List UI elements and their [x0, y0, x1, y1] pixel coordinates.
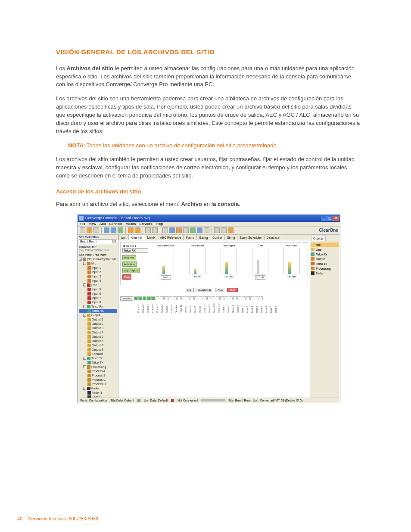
matrix-cell[interactable]	[203, 296, 207, 300]
tree-item[interactable]: Output 8	[79, 348, 117, 352]
matrix-cell[interactable]	[233, 296, 237, 300]
tab-string[interactable]: String	[224, 235, 237, 240]
tree-expand-icon[interactable]: -	[83, 387, 86, 390]
tree-item[interactable]: Output 5	[79, 335, 117, 339]
tab-control[interactable]: Control	[210, 235, 225, 240]
matrix-cell[interactable]	[212, 296, 215, 300]
tree-item[interactable]: Input 1	[79, 266, 117, 270]
tree-item[interactable]: Input 4	[79, 279, 117, 283]
menu-add[interactable]: Add	[100, 222, 106, 226]
matrix-cell[interactable]	[220, 296, 224, 300]
toolbar-icon[interactable]	[80, 227, 85, 233]
matrix-cell[interactable]	[250, 296, 254, 300]
ring-button[interactable]: Ring Ind.	[122, 255, 136, 260]
tree-expand-icon[interactable]: -	[83, 283, 86, 286]
tree-item[interactable]: -Telco Rx	[79, 305, 117, 309]
tree-expand-icon[interactable]: -	[83, 365, 86, 368]
tree-item[interactable]: Output 6	[79, 339, 117, 343]
tree-expand-icon[interactable]: -	[83, 262, 86, 265]
chevron-down-icon[interactable]	[112, 240, 116, 243]
matrix-cell[interactable]	[143, 296, 146, 300]
tree-item[interactable]: Output 7	[79, 343, 117, 348]
tree-item[interactable]: Output 2	[79, 322, 117, 326]
matrix-cell[interactable]	[147, 296, 151, 300]
tree-item[interactable]: Input 5	[79, 287, 117, 292]
tree-item[interactable]: Speaker	[79, 352, 117, 356]
toolbar-icon[interactable]	[197, 227, 202, 233]
matrix-cell[interactable]	[255, 296, 258, 300]
toolbar-icon[interactable]	[104, 227, 109, 233]
tree-item[interactable]: -(30) Converge840T-0	[79, 257, 117, 261]
channel-name-field[interactable]: Telco RX	[122, 248, 148, 253]
tree-expand-icon[interactable]: -	[83, 314, 86, 317]
tree-item[interactable]: Process D	[79, 382, 117, 386]
matrix-cell[interactable]	[160, 296, 164, 300]
matrix-cell[interactable]	[216, 296, 220, 300]
tab-macro[interactable]: Macro	[183, 235, 196, 240]
tab-channel[interactable]: Channel	[128, 235, 145, 240]
matrix-cell[interactable]	[134, 296, 138, 300]
tab-unit[interactable]: Unit	[118, 235, 129, 240]
minimize-button[interactable]: _	[321, 216, 327, 221]
tree-item[interactable]: -Mic	[79, 261, 117, 266]
object-item-mic[interactable]: Mic	[311, 243, 339, 247]
matrix-cell[interactable]	[138, 296, 142, 300]
auto-answer-button[interactable]: Auto Ans.	[122, 261, 137, 267]
matrix-cell[interactable]	[194, 296, 198, 300]
matrix-cell[interactable]	[259, 296, 263, 300]
matrix-cell[interactable]	[168, 296, 172, 300]
site-selection-dropdown[interactable]: Board Room	[79, 239, 117, 244]
tree-item[interactable]: Input 8	[79, 300, 117, 305]
toolbar-icon[interactable]	[87, 227, 92, 233]
matrix-cell[interactable]	[207, 296, 211, 300]
matrix-cell[interactable]	[177, 296, 181, 300]
tree-expand-icon[interactable]: -	[83, 305, 86, 308]
objects-tab[interactable]: Objects	[311, 236, 326, 241]
object-item-line[interactable]: Line	[311, 247, 339, 252]
tree-expand-icon[interactable]: -	[83, 357, 86, 360]
matrix-cell[interactable]	[164, 296, 168, 300]
tree-item[interactable]: -Telco Tx	[79, 356, 117, 361]
adapt-button[interactable]: Adpt. Dgout	[122, 268, 140, 273]
menu-modes[interactable]: Modes	[125, 222, 136, 226]
tree-expand-icon[interactable]: -	[79, 258, 82, 261]
matrix-cell[interactable]	[242, 296, 246, 300]
tree-item[interactable]: Output 3	[79, 326, 117, 330]
toolbar-icon[interactable]	[228, 227, 234, 233]
menu-services[interactable]: Services	[139, 222, 153, 226]
toolbar-icon[interactable]	[162, 227, 168, 233]
toolbar-icon[interactable]	[128, 227, 134, 233]
dial-tone-value[interactable]: 0 dB	[161, 275, 171, 280]
tree-item[interactable]: -Fader	[79, 386, 117, 391]
toolbar-icon[interactable]	[145, 227, 151, 233]
object-item-telco-rx[interactable]: Telco Rx	[311, 252, 339, 257]
matrix-cell[interactable]	[173, 296, 177, 300]
tab-gating[interactable]: Gating	[196, 235, 211, 240]
chip-cleareffect[interactable]: ClearEffect	[196, 288, 214, 292]
maximize-button[interactable]: ▢	[327, 216, 333, 221]
tree-item[interactable]: Fader 1	[79, 391, 117, 395]
matrix-cell[interactable]	[181, 296, 185, 300]
tree-item[interactable]: Process C	[79, 378, 117, 382]
tree-item[interactable]: -Line	[79, 283, 117, 287]
mute-button[interactable]: Mute	[122, 274, 131, 280]
toolbar-icon[interactable]	[214, 227, 220, 233]
matrix-cell[interactable]	[151, 296, 155, 300]
tree-view[interactable]: -(30) Converge840T-0-MicInput 1Input 2In…	[79, 257, 117, 398]
tree-item[interactable]: Input 6	[79, 292, 117, 296]
window-titlebar[interactable]: Converge Console - Board Room.cvg _ ▢ ✕	[78, 215, 340, 222]
matrix-cell[interactable]	[156, 296, 159, 300]
toolbar-icon[interactable]	[135, 227, 140, 233]
tree-item[interactable]: Input 7	[79, 296, 117, 300]
chip-alc[interactable]: ALC	[215, 288, 225, 292]
object-item-processing[interactable]: Processing	[311, 266, 339, 271]
tree-item[interactable]: Output 4	[79, 330, 117, 335]
tree-item[interactable]: Telco TX	[79, 361, 117, 365]
tab-aec-reference[interactable]: AEC Reference	[158, 235, 184, 240]
menu-view[interactable]: View	[89, 222, 96, 226]
object-item-fader[interactable]: Fader	[311, 271, 339, 276]
chip-mute[interactable]: Mute	[227, 288, 238, 292]
tree-item[interactable]: Process A	[79, 369, 117, 373]
gain-value[interactable]: 0.0 dB	[255, 275, 265, 280]
tree-item[interactable]: Input 3	[79, 274, 117, 279]
